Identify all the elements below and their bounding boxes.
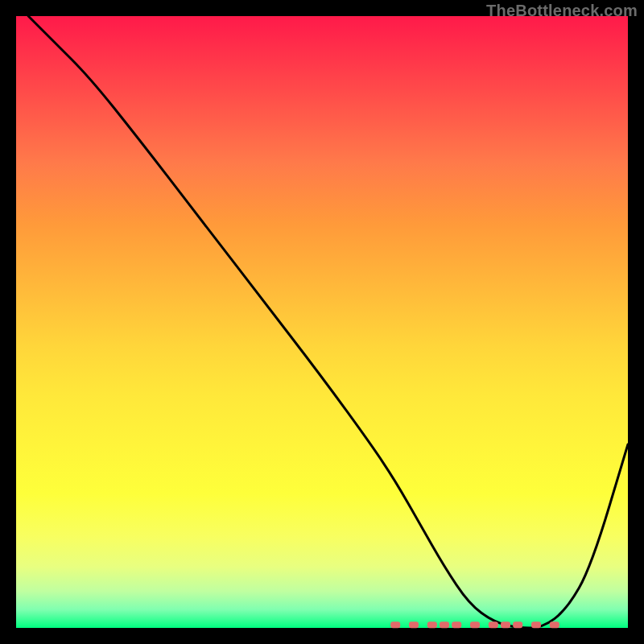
svg-rect-7 [501,621,510,628]
chart-container: TheBottleneck.com [0,0,644,644]
chart-svg [16,16,628,628]
svg-rect-3 [440,621,449,628]
svg-rect-2 [427,621,437,628]
svg-rect-9 [531,621,541,628]
svg-rect-6 [489,621,498,628]
svg-rect-4 [452,621,461,628]
svg-rect-8 [513,621,522,628]
svg-rect-0 [390,621,400,628]
svg-rect-10 [550,621,559,628]
svg-rect-5 [470,621,480,628]
watermark-text: TheBottleneck.com [486,2,638,20]
optimal-range-markers [390,621,559,628]
bottleneck-curve [28,16,628,628]
plot-area [16,16,628,628]
svg-rect-1 [409,621,419,628]
